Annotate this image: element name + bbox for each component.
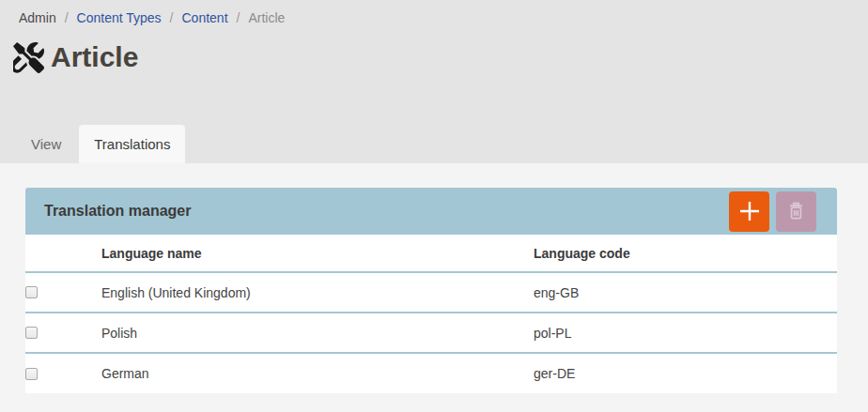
column-header-language-name: Language name [101,235,534,272]
breadcrumb-item-content[interactable]: Content [182,10,228,25]
row-checkbox[interactable] [25,327,38,339]
table-header-row: Language name Language code [25,235,837,272]
panel-title: Translation manager [44,203,192,220]
plus-icon [737,199,762,223]
language-code-cell: ger-DE [534,353,837,393]
row-checkbox[interactable] [25,286,38,298]
language-name-cell: English (United Kingdom) [101,272,534,313]
trash-icon [784,200,808,223]
breadcrumb-item-content-types[interactable]: Content Types [77,10,162,25]
page-title: Article [51,41,138,73]
breadcrumb-separator: / [65,10,69,25]
title-row: Article [13,41,868,73]
translations-table: Language name Language code English (Uni… [25,235,837,393]
column-header-language-code: Language code [534,235,837,272]
page-header: Admin / Content Types / Content / Articl… [0,0,868,163]
language-code-cell: pol-PL [534,313,837,353]
language-name-cell: German [101,353,534,393]
tab-view[interactable]: View [13,125,79,163]
delete-translation-button[interactable] [776,191,816,232]
table-row: Polish pol-PL [25,313,837,353]
table-row: German ger-DE [25,353,837,393]
table-row: English (United Kingdom) eng-GB [25,272,837,313]
tab-bar: View Translations [13,125,185,163]
panel-header: Translation manager [25,188,837,235]
language-code-cell: eng-GB [534,272,837,313]
breadcrumb: Admin / Content Types / Content / Articl… [0,0,868,25]
translation-manager-panel: Translation manager [25,188,837,393]
checkbox-column-header [25,235,101,272]
panel-actions [729,191,816,232]
tab-content: Translation manager [0,163,868,393]
tab-translations[interactable]: Translations [79,125,185,163]
breadcrumb-separator: / [237,10,240,25]
tools-icon [13,42,44,73]
breadcrumb-item-article: Article [248,10,285,25]
language-name-cell: Polish [101,313,534,353]
breadcrumb-item-admin: Admin [19,10,56,25]
row-checkbox[interactable] [25,368,38,380]
breadcrumb-separator: / [170,10,174,25]
add-translation-button[interactable] [729,191,769,232]
